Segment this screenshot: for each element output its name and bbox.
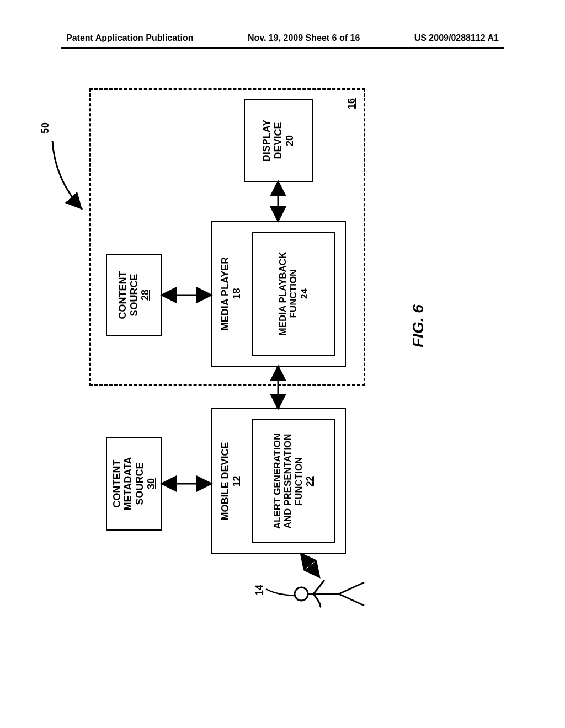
user-ref-line <box>265 577 298 599</box>
svg-line-5 <box>302 555 318 576</box>
svg-line-2 <box>339 594 364 606</box>
header-rule <box>61 47 504 49</box>
svg-line-3 <box>339 582 364 594</box>
diagram: 50 16 CONTENT METADATA SOURCE 30 CONTENT… <box>34 110 531 552</box>
page-header: Patent Application Publication Nov. 19, … <box>0 33 565 43</box>
svg-line-4 <box>313 580 324 594</box>
header-right: US 2009/0288112 A1 <box>414 33 499 43</box>
user-ref-label: 14 <box>254 585 265 596</box>
header-center: Nov. 19, 2009 Sheet 6 of 16 <box>248 33 360 43</box>
header-left: Patent Application Publication <box>66 33 194 43</box>
figure-label: FIG. 6 <box>409 304 427 347</box>
